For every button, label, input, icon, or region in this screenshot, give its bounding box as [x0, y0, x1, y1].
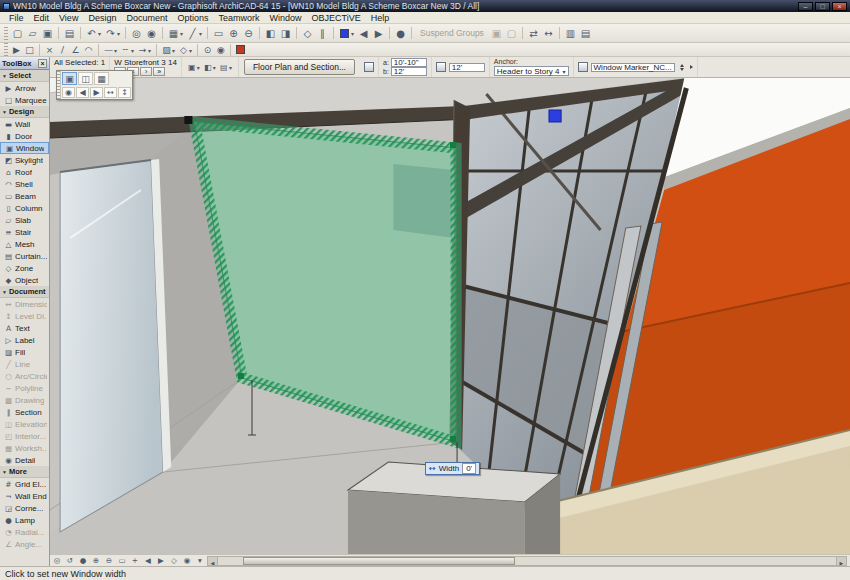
tool-drawing[interactable]: ▩Drawing [0, 394, 49, 406]
dropdown-arrow-icon[interactable] [172, 45, 175, 55]
anchor-right-icon[interactable]: ▶ [90, 87, 103, 98]
menu-teamwork[interactable]: Teamwork [213, 13, 264, 23]
scroll-track[interactable] [218, 557, 836, 565]
menu-help[interactable]: Help [366, 13, 395, 23]
marker-expand-icon[interactable] [690, 65, 693, 69]
ungroup-icon[interactable]: ▢ [504, 26, 519, 41]
toolbar-drag-handle[interactable] [4, 43, 8, 56]
menu-design[interactable]: Design [83, 13, 121, 23]
menu-view[interactable]: View [54, 13, 83, 23]
publish-icon[interactable]: ▥ [563, 26, 578, 41]
tool-wall[interactable]: ▬Wall [0, 118, 49, 130]
redo-icon[interactable]: ↷ [103, 26, 118, 41]
toolbox-section-document[interactable]: ▼Document [0, 286, 49, 298]
scroll-thumb[interactable] [243, 557, 515, 565]
tracker-value[interactable]: 0' [462, 463, 476, 474]
tool-beam[interactable]: ▭Beam [0, 190, 49, 202]
toolbox-section-more[interactable]: ▼More [0, 466, 49, 478]
menu-objective[interactable]: OBJECTiVE [307, 13, 366, 23]
palette-grid-icon[interactable]: ▦ [94, 72, 109, 85]
orbit-icon[interactable]: ↺ [64, 556, 76, 566]
organizer-icon[interactable]: ◨ [278, 26, 293, 41]
find-select-icon[interactable]: ◎ [129, 26, 144, 41]
dropdown-arrow-icon[interactable] [199, 28, 202, 38]
width-field[interactable]: 10'-10" [391, 58, 427, 67]
arrow-tool-icon[interactable]: ▶ [10, 44, 23, 56]
edit-origin-handle[interactable] [184, 116, 192, 124]
undo-icon[interactable]: ↶ [84, 26, 99, 41]
tool-marquee[interactable]: □Marquee [0, 94, 49, 106]
menu-edit[interactable]: Edit [29, 13, 55, 23]
dropdown-arrow-icon[interactable] [117, 28, 120, 38]
tool-level-di[interactable]: ↕Level Di... [0, 310, 49, 322]
dropdown-arrow-icon[interactable] [131, 45, 134, 55]
tool-lamp[interactable]: ●Lamp [0, 514, 49, 526]
geometry-method-icon[interactable] [364, 62, 374, 72]
tool-shell[interactable]: ◠Shell [0, 178, 49, 190]
highlight-color-chip[interactable] [234, 44, 247, 56]
zoom-in-icon[interactable]: ⊕ [226, 26, 241, 41]
teamwork-user-icon[interactable]: ● [393, 26, 408, 41]
pen-sets-icon[interactable]: ╱ [185, 26, 200, 41]
menu-window[interactable]: Window [264, 13, 306, 23]
tool-radial[interactable]: ◔Radial... [0, 526, 49, 538]
3d-nav-icon[interactable]: ◇ [168, 556, 180, 566]
navigator-icon[interactable]: ◧ [263, 26, 278, 41]
tool-interior[interactable]: ◰Interior... [0, 430, 49, 442]
sill-height-field[interactable]: 12' [449, 63, 485, 72]
go-forward-icon[interactable]: ▶ [371, 26, 386, 41]
nav-extra-icon[interactable]: ▾ [194, 556, 206, 566]
marker-spinner[interactable] [680, 64, 684, 71]
explore-icon[interactable]: ● [77, 556, 89, 566]
menu-file[interactable]: File [4, 13, 29, 23]
dropdown-arrow-icon[interactable] [114, 45, 117, 55]
split-icon[interactable]: / [56, 44, 69, 56]
element-settings-icon[interactable]: ◉ [144, 26, 159, 41]
anchor-width-icon[interactable]: ↔ [104, 87, 117, 98]
anchor-left-icon[interactable]: ◀ [76, 87, 89, 98]
tool-grid-el[interactable]: #Grid El... [0, 478, 49, 490]
toolbox-titlebar[interactable]: ToolBox [0, 57, 49, 70]
anchor-center-icon[interactable]: ◉ [62, 87, 75, 98]
dropdown-arrow-icon[interactable] [229, 62, 232, 72]
menu-options[interactable]: Options [172, 13, 213, 23]
tool-fill[interactable]: ▨Fill [0, 346, 49, 358]
fit-in-window-icon[interactable]: ▭ [211, 26, 226, 41]
tool-mesh[interactable]: △Mesh [0, 238, 49, 250]
tool-label[interactable]: ▷Label [0, 334, 49, 346]
scroll-left-icon[interactable] [208, 557, 218, 565]
toolbox-section-select[interactable]: ▼Select [0, 70, 49, 82]
send-backward-icon[interactable]: ↔ [541, 26, 556, 41]
close-button[interactable]: × [832, 2, 847, 11]
tool-window[interactable]: ▣Window [0, 142, 49, 154]
window-elevation-icon[interactable]: ◫ [78, 72, 93, 85]
new-file-icon[interactable]: ▢ [10, 26, 25, 41]
3d-viewport[interactable]: ↔ Width 0' [50, 78, 850, 554]
camera-icon[interactable]: ◉ [181, 556, 193, 566]
quick-layers-icon[interactable]: ▦ [166, 26, 181, 41]
dropdown-arrow-icon[interactable] [197, 62, 200, 72]
open-file-icon[interactable]: ▱ [25, 26, 40, 41]
zoom-out-nav-icon[interactable]: ⊖ [103, 556, 115, 566]
anchor-height-icon[interactable]: ↕ [118, 87, 131, 98]
adjust-icon[interactable]: ∠ [69, 44, 82, 56]
toolbox-section-design[interactable]: ▼Design [0, 106, 49, 118]
tool-corne[interactable]: ◲Corne... [0, 502, 49, 514]
tool-slab[interactable]: ▱Slab [0, 214, 49, 226]
fillet-icon[interactable]: ◠ [82, 44, 95, 56]
dropdown-arrow-icon[interactable] [148, 45, 151, 55]
go-back-icon[interactable]: ◀ [356, 26, 371, 41]
tool-arc-circle[interactable]: ○Arc/Circle [0, 370, 49, 382]
suspend-groups-button[interactable]: Suspend Groups [420, 28, 484, 38]
zoom-out-icon[interactable]: ⊖ [241, 26, 256, 41]
group-icon[interactable]: ▣ [489, 26, 504, 41]
toolbox-close-icon[interactable] [38, 59, 47, 68]
marquee-tool-icon[interactable]: □ [23, 44, 36, 56]
pan-icon[interactable]: + [129, 556, 141, 566]
tool-line[interactable]: ╱Line [0, 358, 49, 370]
dropdown-arrow-icon[interactable] [189, 45, 192, 55]
dropdown-arrow-icon[interactable] [98, 28, 101, 38]
menu-document[interactable]: Document [121, 13, 172, 23]
tool-polyline[interactable]: ~Polyline [0, 382, 49, 394]
dropdown-arrow-icon[interactable] [180, 28, 183, 38]
